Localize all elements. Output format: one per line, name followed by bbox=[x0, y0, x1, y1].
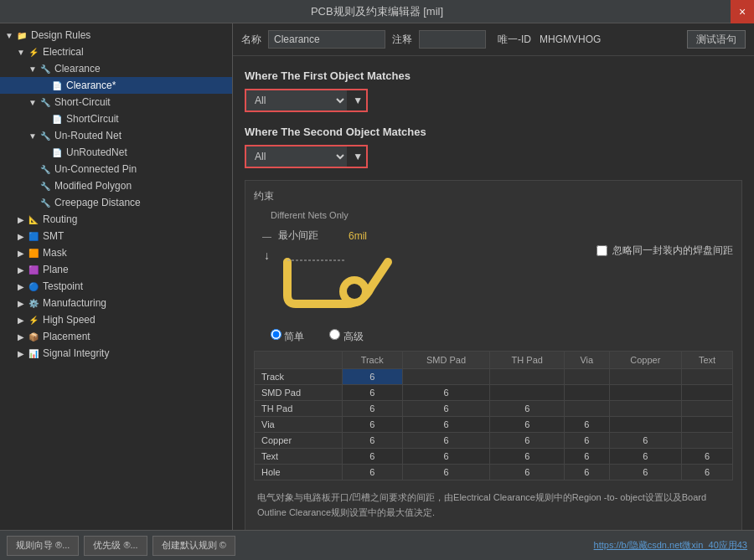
tree-item-routing[interactable]: ▶ 📐 Routing bbox=[0, 211, 232, 228]
cell-text-smd[interactable]: 6 bbox=[402, 449, 490, 465]
cell-smd-smd[interactable]: 6 bbox=[402, 385, 490, 401]
cell-copper-via[interactable]: 6 bbox=[565, 433, 609, 449]
cell-hole-copper[interactable]: 6 bbox=[609, 465, 682, 480]
simple-radio-label[interactable]: 简单 bbox=[271, 329, 304, 344]
first-object-dropdown-wrap[interactable]: All Net Net Class Layer ▼ bbox=[245, 89, 368, 112]
cell-via-copper bbox=[609, 417, 682, 433]
col-header-smd: SMD Pad bbox=[402, 352, 490, 369]
advanced-radio[interactable] bbox=[329, 329, 340, 340]
cell-track-track[interactable]: 6 bbox=[342, 369, 402, 385]
cell-text-track[interactable]: 6 bbox=[342, 449, 402, 465]
row-label-text: Text bbox=[255, 449, 343, 465]
tree-item-short-circuit[interactable]: ▼ 🔧 Short-Circuit bbox=[0, 94, 232, 110]
name-label: 名称 bbox=[241, 33, 261, 47]
bottom-left-buttons: 规则向导 ®... 优先级 ®... 创建默认规则 © bbox=[7, 536, 235, 556]
min-clearance-value: 6mil bbox=[349, 230, 367, 242]
cell-th-smd[interactable]: 6 bbox=[402, 401, 490, 417]
second-object-dropdown-wrap[interactable]: All Net Net Class Layer ▼ bbox=[245, 145, 368, 168]
tree-item-placement[interactable]: ▶ 📦 Placement bbox=[0, 328, 232, 345]
name-input[interactable] bbox=[268, 30, 385, 49]
close-button[interactable]: × bbox=[731, 0, 754, 23]
cell-text-copper[interactable]: 6 bbox=[609, 449, 682, 465]
simple-radio[interactable] bbox=[271, 329, 281, 340]
cell-th-th[interactable]: 6 bbox=[490, 401, 565, 417]
cell-hole-text[interactable]: 6 bbox=[682, 465, 733, 480]
cell-track-via bbox=[565, 369, 609, 385]
left-tree-panel: ▼ 📁 Design Rules ▼ ⚡ Electrical ▼ 🔧 Clea… bbox=[0, 23, 233, 530]
cell-th-track[interactable]: 6 bbox=[342, 401, 402, 417]
cell-via-track[interactable]: 6 bbox=[342, 417, 402, 433]
right-panel: 名称 注释 唯一-ID MHGMVHOG 测试语句 Where The Firs… bbox=[233, 23, 754, 530]
clearance-table: Track SMD Pad TH Pad Via Copper Text Tra… bbox=[254, 351, 733, 480]
row-label-copper: Copper bbox=[255, 433, 343, 449]
tree-item-plane[interactable]: ▶ 🟪 Plane bbox=[0, 261, 232, 278]
first-object-dropdown[interactable]: All Net Net Class Layer bbox=[246, 90, 347, 110]
bottom-right-link[interactable]: https://b/隐藏csdn.net微xin_40应用43 bbox=[594, 539, 747, 552]
comment-label: 注释 bbox=[392, 33, 412, 47]
cell-copper-track[interactable]: 6 bbox=[342, 433, 402, 449]
cell-via-text bbox=[682, 417, 733, 433]
tree-item-smt[interactable]: ▶ 🟦 SMT bbox=[0, 228, 232, 244]
cell-th-copper bbox=[609, 401, 682, 417]
cell-track-th bbox=[490, 369, 565, 385]
cell-text-via[interactable]: 6 bbox=[565, 449, 609, 465]
second-object-dropdown[interactable]: All Net Net Class Layer bbox=[246, 146, 347, 167]
tree-item-clearance-star[interactable]: 📄 Clearance* bbox=[0, 77, 232, 94]
tree-item-un-connected[interactable]: 🔧 Un-Connected Pin bbox=[0, 161, 232, 177]
cell-smd-track[interactable]: 6 bbox=[342, 385, 402, 401]
tree-item-electrical[interactable]: ▼ ⚡ Electrical bbox=[0, 44, 232, 60]
tree-item-manufacturing[interactable]: ▶ ⚙️ Manufacturing bbox=[0, 295, 232, 311]
svg-point-1 bbox=[347, 284, 362, 299]
row-label-via: Via bbox=[255, 417, 343, 433]
cell-via-smd[interactable]: 6 bbox=[402, 417, 490, 433]
col-header-copper: Copper bbox=[609, 352, 682, 369]
cell-via-via[interactable]: 6 bbox=[565, 417, 609, 433]
cell-copper-copper[interactable]: 6 bbox=[609, 433, 682, 449]
table-row: TH Pad 6 6 6 bbox=[255, 401, 733, 417]
tree-item-high-speed[interactable]: ▶ ⚡ High Speed bbox=[0, 311, 232, 328]
cell-smd-copper bbox=[609, 385, 682, 401]
cell-copper-th[interactable]: 6 bbox=[490, 433, 565, 449]
tree-item-mask[interactable]: ▶ 🟧 Mask bbox=[0, 244, 232, 261]
diff-nets-label: Different Nets Only bbox=[271, 210, 580, 220]
cell-hole-track[interactable]: 6 bbox=[342, 465, 402, 480]
clearance-visual bbox=[279, 245, 447, 312]
cell-hole-via[interactable]: 6 bbox=[565, 465, 609, 480]
row-label-smd: SMD Pad bbox=[255, 385, 343, 401]
footer-desc: 电气对象与电路板开口/凹槽之间要求的间距，由Electrical Clearan… bbox=[254, 487, 733, 523]
title-bar: PCB规则及约束编辑器 [mil] × bbox=[0, 0, 754, 23]
create-default-rules-btn[interactable]: 创建默认规则 © bbox=[152, 536, 235, 556]
tree-item-un-routed[interactable]: ▼ 🔧 Un-Routed Net bbox=[0, 127, 232, 144]
tree-item-short-circuit-sub[interactable]: 📄 ShortCircuit bbox=[0, 110, 232, 127]
unique-id-label: 唯一-ID bbox=[498, 33, 531, 47]
cell-track-smd bbox=[402, 369, 490, 385]
ignore-checkbox[interactable] bbox=[596, 245, 607, 256]
col-header-track: Track bbox=[342, 352, 402, 369]
cell-th-text bbox=[682, 401, 733, 417]
tree-item-modified-polygon[interactable]: 🔧 Modified Polygon bbox=[0, 177, 232, 194]
cell-track-copper bbox=[609, 369, 682, 385]
tree-item-signal-integrity[interactable]: ▶ 📊 Signal Integrity bbox=[0, 345, 232, 362]
tree-item-design-rules[interactable]: ▼ 📁 Design Rules bbox=[0, 27, 232, 44]
advanced-radio-label[interactable]: 高级 bbox=[329, 329, 363, 344]
tree-item-clearance[interactable]: ▼ 🔧 Clearance bbox=[0, 60, 232, 77]
col-header-thpad: TH Pad bbox=[490, 352, 565, 369]
min-clearance-label: 最小间距 bbox=[278, 229, 318, 243]
tree-item-un-routed-sub[interactable]: 📄 UnRoutedNet bbox=[0, 144, 232, 161]
comment-input[interactable] bbox=[419, 30, 486, 49]
cell-th-via bbox=[565, 401, 609, 417]
unique-id-value: MHGMVHOG bbox=[540, 33, 601, 45]
priority-btn[interactable]: 优先级 ®... bbox=[84, 536, 147, 556]
cell-hole-smd[interactable]: 6 bbox=[402, 465, 490, 480]
cell-copper-smd[interactable]: 6 bbox=[402, 433, 490, 449]
table-row: Copper 6 6 6 6 6 bbox=[255, 433, 733, 449]
row-label-track: Track bbox=[255, 369, 343, 385]
cell-via-th[interactable]: 6 bbox=[490, 417, 565, 433]
cell-hole-th[interactable]: 6 bbox=[490, 465, 565, 480]
cell-text-text[interactable]: 6 bbox=[682, 449, 733, 465]
cell-text-th[interactable]: 6 bbox=[490, 449, 565, 465]
tree-item-creepage[interactable]: 🔧 Creepage Distance bbox=[0, 194, 232, 211]
test-btn[interactable]: 测试语句 bbox=[687, 30, 746, 49]
tree-item-testpoint[interactable]: ▶ 🔵 Testpoint bbox=[0, 278, 232, 295]
rules-wizard-btn[interactable]: 规则向导 ®... bbox=[7, 536, 79, 556]
